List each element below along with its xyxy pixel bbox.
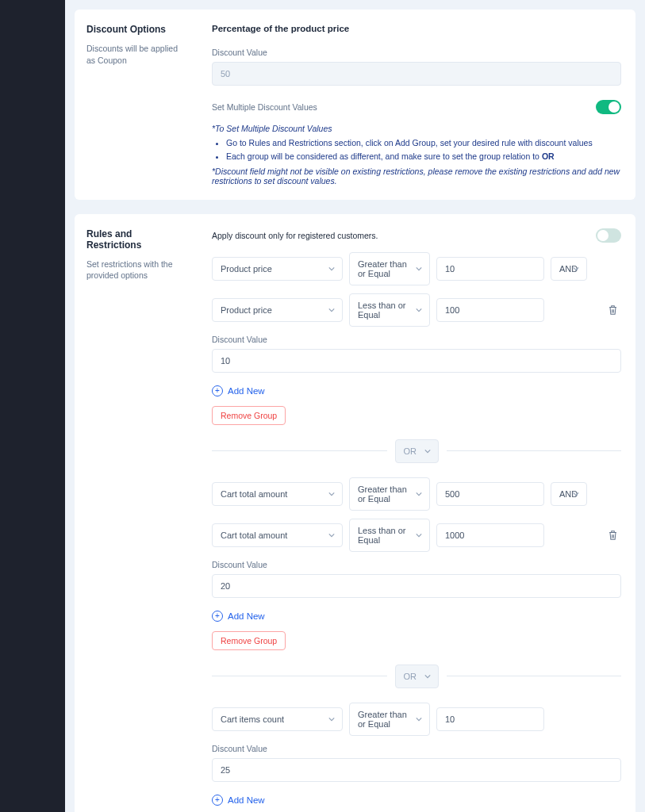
rule-field-select[interactable]: Product price xyxy=(212,257,343,281)
rule-operator-select[interactable]: Greater than or Equal xyxy=(349,703,430,736)
add-new-button[interactable]: + Add New xyxy=(212,385,265,396)
multiple-discount-label: Set Multiple Discount Values xyxy=(212,102,317,112)
chevron-down-icon xyxy=(328,716,335,722)
rule-field-select[interactable]: Cart total amount xyxy=(212,523,343,547)
main-content: Discount Options Discounts will be appli… xyxy=(65,0,645,812)
rule-relation-select[interactable]: AND xyxy=(551,257,587,281)
card-body: Percentage of the product price Discount… xyxy=(198,10,635,200)
registered-toggle[interactable] xyxy=(596,228,621,243)
discount-options-title: Discount Options xyxy=(86,24,188,35)
trash-icon xyxy=(608,530,618,541)
delete-rule-button[interactable] xyxy=(605,527,621,544)
note-list: Go to Rules and Restrictions section, cl… xyxy=(226,136,621,163)
plus-circle-icon: + xyxy=(212,611,223,622)
group-relation-select[interactable]: OR xyxy=(395,439,439,463)
note-footer: *Discount field might not be visible on … xyxy=(212,167,621,186)
note-bullet-1: Go to Rules and Restrictions section, cl… xyxy=(226,136,621,150)
plus-circle-icon: + xyxy=(212,385,223,396)
chevron-down-icon xyxy=(573,266,579,272)
rule-group-3: Cart items count Greater than or Equal D… xyxy=(212,703,621,812)
chevron-down-icon xyxy=(328,491,335,497)
plus-circle-icon: + xyxy=(212,795,223,806)
chevron-down-icon xyxy=(416,491,422,497)
delete-rule-button[interactable] xyxy=(605,301,621,319)
group-discount-input[interactable] xyxy=(212,349,621,373)
chevron-down-icon xyxy=(416,266,422,272)
chevron-down-icon xyxy=(573,491,579,497)
rules-card: Rules and Restrictions Set restrictions … xyxy=(75,214,635,812)
chevron-down-icon xyxy=(328,307,335,313)
card-sidebar: Rules and Restrictions Set restrictions … xyxy=(75,214,198,812)
card-sidebar: Discount Options Discounts will be appli… xyxy=(75,10,198,200)
chevron-down-icon xyxy=(328,266,335,272)
registered-label: Apply discount only for registered custo… xyxy=(212,231,378,240)
chevron-down-icon xyxy=(328,532,335,538)
rule-field-select[interactable]: Cart items count xyxy=(212,707,343,731)
multiple-discount-row: Set Multiple Discount Values xyxy=(212,100,621,114)
rule-value-input[interactable] xyxy=(436,257,544,281)
rule-group-2: Cart total amount Greater than or Equal … xyxy=(212,477,621,650)
remove-group-button[interactable]: Remove Group xyxy=(212,631,286,650)
chevron-down-icon xyxy=(424,448,431,454)
add-new-button[interactable]: + Add New xyxy=(212,611,265,622)
discount-value-input[interactable] xyxy=(212,62,621,86)
group-relation-select[interactable]: OR xyxy=(395,665,439,688)
rule-field-select[interactable]: Product price xyxy=(212,298,343,322)
rule-operator-select[interactable]: Greater than or Equal xyxy=(349,252,430,285)
rule-row: Product price Less than or Equal xyxy=(212,293,621,327)
group-discount-input[interactable] xyxy=(212,758,621,782)
sidebar-nav xyxy=(0,0,65,812)
chevron-down-icon xyxy=(416,532,422,538)
rule-relation-select[interactable]: AND xyxy=(551,482,587,506)
group-divider: OR xyxy=(212,665,621,688)
discount-value-label: Discount Value xyxy=(212,48,621,57)
rule-field-select[interactable]: Cart total amount xyxy=(212,482,343,506)
group-divider: OR xyxy=(212,439,621,463)
trash-icon xyxy=(608,304,618,316)
rules-subtitle: Set restrictions with the provided optio… xyxy=(86,259,188,282)
percentage-title: Percentage of the product price xyxy=(212,24,621,33)
discount-options-card: Discount Options Discounts will be appli… xyxy=(75,10,635,200)
rule-operator-select[interactable]: Greater than or Equal xyxy=(349,477,430,511)
rule-operator-select[interactable]: Less than or Equal xyxy=(349,293,430,327)
group-discount-input[interactable] xyxy=(212,574,621,598)
rule-row: Product price Greater than or Equal AND xyxy=(212,252,621,285)
card-body: Apply discount only for registered custo… xyxy=(198,214,635,812)
rules-title: Rules and Restrictions xyxy=(86,228,188,251)
rule-value-input[interactable] xyxy=(436,707,544,731)
discount-value-label: Discount Value xyxy=(212,744,621,753)
discount-value-label: Discount Value xyxy=(212,335,621,344)
rule-row: Cart total amount Greater than or Equal … xyxy=(212,477,621,511)
chevron-down-icon xyxy=(416,307,422,313)
discount-value-label: Discount Value xyxy=(212,560,621,569)
rule-value-input[interactable] xyxy=(436,482,544,506)
note-bullet-2: Each group will be considered as differe… xyxy=(226,150,621,163)
rule-row: Cart items count Greater than or Equal xyxy=(212,703,621,736)
rule-value-input[interactable] xyxy=(436,298,544,322)
chevron-down-icon xyxy=(424,673,431,680)
multiple-discount-toggle[interactable] xyxy=(596,100,621,114)
rule-value-input[interactable] xyxy=(436,523,544,547)
remove-group-button[interactable]: Remove Group xyxy=(212,406,286,425)
rule-row: Cart total amount Less than or Equal xyxy=(212,519,621,552)
registered-row: Apply discount only for registered custo… xyxy=(212,228,621,243)
add-new-button[interactable]: + Add New xyxy=(212,795,265,806)
rule-operator-select[interactable]: Less than or Equal xyxy=(349,519,430,552)
discount-options-subtitle: Discounts will be applied as Coupon xyxy=(86,43,188,66)
rule-group-1: Product price Greater than or Equal AND xyxy=(212,252,621,425)
note-title: *To Set Multiple Discount Values xyxy=(212,124,621,133)
chevron-down-icon xyxy=(416,716,422,722)
